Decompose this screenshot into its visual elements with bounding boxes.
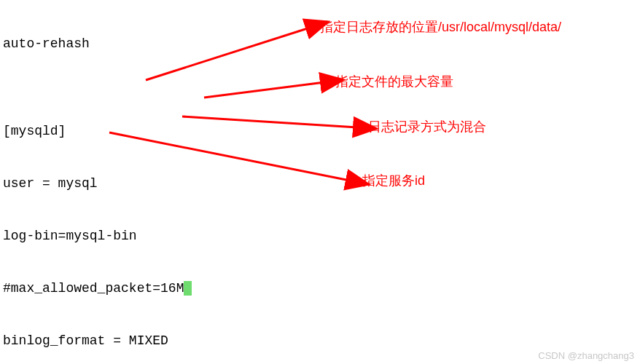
watermark-text: CSDN @zhangchang3	[538, 350, 634, 361]
config-line: user = mysql	[3, 175, 302, 192]
config-line: binlog_format = MIXED	[3, 332, 302, 349]
cursor-icon	[184, 281, 192, 296]
config-code-block: auto-rehash [mysqld] user = mysql log-bi…	[3, 0, 302, 364]
annotation-max-size: 指定文件的最大容量	[335, 73, 453, 90]
config-line: #max_allowed_packet=16M	[3, 280, 302, 297]
annotation-log-location: 指定日志存放的位置/usr/local/mysql/data/	[320, 18, 561, 36]
config-line: auto-rehash	[3, 35, 302, 52]
annotation-log-format: 日志记录方式为混合	[368, 118, 486, 135]
annotation-server-id: 指定服务id	[362, 172, 425, 189]
config-line: log-bin=mysql-bin	[3, 227, 302, 245]
config-line-text: #max_allowed_packet=16M	[3, 281, 184, 296]
config-line: [mysqld]	[3, 122, 302, 140]
